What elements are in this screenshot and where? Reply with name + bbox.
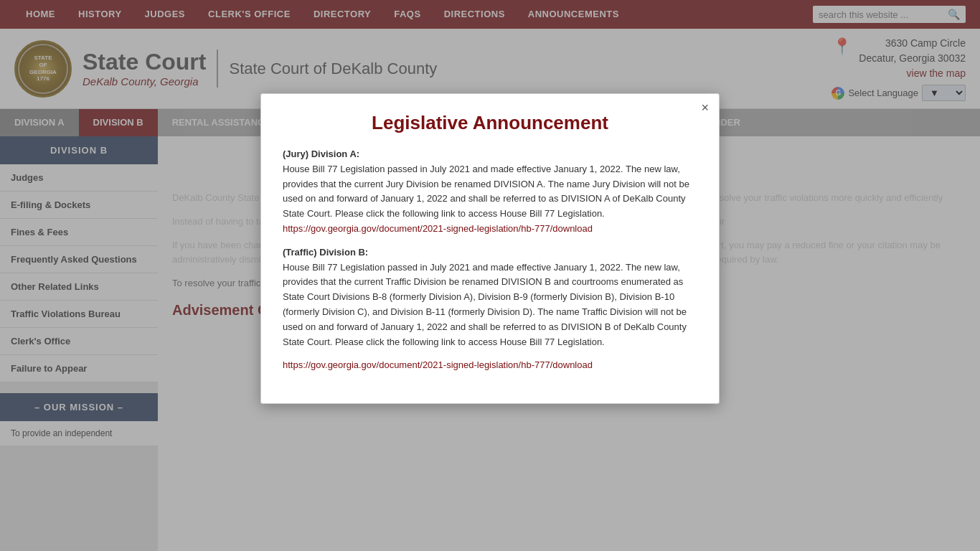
modal-overlay: × Legislative Announcement (Jury) Divisi… (0, 0, 980, 551)
traffic-link[interactable]: https://gov.georgia.gov/document/2021-si… (283, 359, 593, 370)
modal-title: Legislative Announcement (283, 112, 697, 134)
jury-heading: (Jury) Division A: (283, 149, 359, 159)
traffic-heading: (Traffic) Division B: (283, 247, 368, 258)
jury-text: House Bill 77 Legislation passed in July… (283, 164, 689, 219)
modal-close-button[interactable]: × (701, 101, 709, 114)
traffic-text: House Bill 77 Legislation passed in July… (283, 262, 687, 347)
modal-body: (Jury) Division A: House Bill 77 Legisla… (283, 147, 697, 373)
modal-dialog: × Legislative Announcement (Jury) Divisi… (260, 93, 720, 404)
jury-link[interactable]: https://gov.georgia.gov/document/2021-si… (283, 223, 593, 234)
